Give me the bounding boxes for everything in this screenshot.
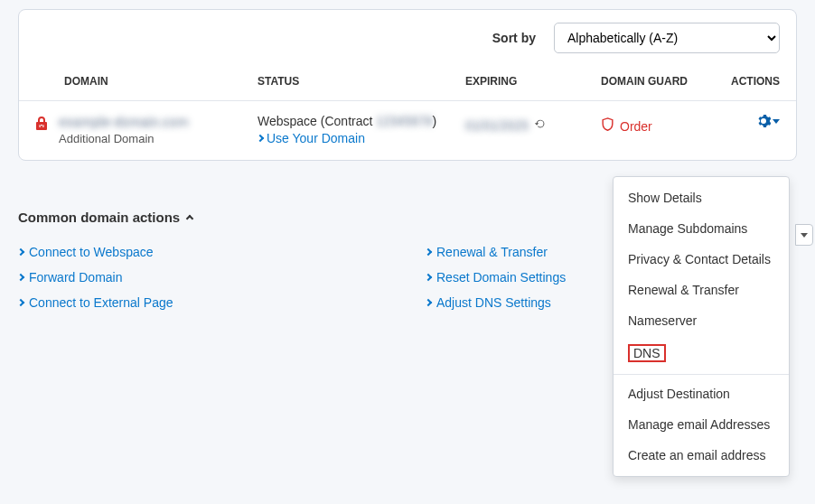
sort-row: Sort by Alphabetically (A-Z) <box>19 10 796 66</box>
col-status-header: STATUS <box>258 75 465 88</box>
expiring-date: 01/01/2025 <box>465 118 529 133</box>
menu-renewal-transfer[interactable]: Renewal & Transfer <box>614 275 789 305</box>
menu-show-details[interactable]: Show Details <box>614 182 789 213</box>
expiring-cell: 01/01/2025 <box>465 114 574 133</box>
refresh-icon[interactable] <box>534 117 547 133</box>
status-cell: Webspace (Contract 12345678) Use Your Do… <box>258 114 465 145</box>
link-label: Connect to External Page <box>29 295 173 310</box>
link-label: Reset Domain Settings <box>436 270 566 285</box>
domain-name[interactable]: example-domain.com <box>59 114 188 129</box>
menu-nameserver[interactable]: Nameserver <box>614 305 789 336</box>
col-domain-header: DOMAIN <box>35 75 258 88</box>
common-col-left: Connect to Webspace Forward Domain Conne… <box>18 239 389 315</box>
menu-manage-subdomains[interactable]: Manage Subdomains <box>614 213 789 244</box>
chevron-right-icon <box>425 274 432 281</box>
chevron-down-icon <box>801 233 808 238</box>
actions-gear-button[interactable] <box>756 114 780 128</box>
actions-dropdown: Show Details Manage Subdomains Privacy &… <box>613 176 790 477</box>
link-connect-external[interactable]: Connect to External Page <box>18 290 389 315</box>
chevron-right-icon <box>257 135 264 142</box>
domain-guard-order[interactable]: Order <box>574 114 709 135</box>
chevron-right-icon <box>17 248 24 256</box>
link-connect-webspace[interactable]: Connect to Webspace <box>18 239 389 265</box>
chevron-right-icon <box>17 299 24 306</box>
common-actions-title: Common domain actions <box>18 210 180 225</box>
sort-select[interactable]: Alphabetically (A-Z) <box>554 23 780 53</box>
menu-dns[interactable]: DNS <box>614 336 789 370</box>
chevron-right-icon <box>17 274 24 281</box>
shield-icon <box>601 117 614 135</box>
menu-adjust-destination[interactable]: Adjust Destination <box>614 378 789 409</box>
chevron-right-icon <box>425 248 432 256</box>
background-select-fragment[interactable] <box>795 224 813 246</box>
table-header: DOMAIN STATUS EXPIRING DOMAIN GUARD ACTI… <box>19 66 796 100</box>
menu-create-email[interactable]: Create an email address <box>614 440 789 471</box>
status-prefix: Webspace (Contract <box>258 114 376 128</box>
link-label: Forward Domain <box>29 270 122 285</box>
link-label: Renewal & Transfer <box>436 245 548 259</box>
actions-cell <box>709 114 780 131</box>
col-actions-header: ACTIONS <box>709 75 780 88</box>
lock-icon <box>35 116 48 133</box>
domain-panel: Sort by Alphabetically (A-Z) DOMAIN STAT… <box>18 9 797 161</box>
use-your-domain-label: Use Your Domain <box>267 131 365 145</box>
menu-privacy-contact[interactable]: Privacy & Contact Details <box>614 244 789 275</box>
chevron-up-icon <box>186 214 193 221</box>
link-forward-domain[interactable]: Forward Domain <box>18 265 389 290</box>
link-label: Connect to Webspace <box>29 245 154 259</box>
order-label: Order <box>620 119 652 134</box>
gear-icon <box>756 114 771 128</box>
col-guard-header: DOMAIN GUARD <box>574 75 709 88</box>
dns-highlight: DNS <box>628 344 666 362</box>
link-label: Adjust DNS Settings <box>436 295 551 310</box>
menu-divider <box>614 374 789 375</box>
chevron-right-icon <box>425 299 432 306</box>
chevron-down-icon <box>773 119 780 124</box>
use-your-domain-link[interactable]: Use Your Domain <box>258 131 465 145</box>
status-contract: 12345678 <box>376 114 432 128</box>
table-row: example-domain.com Additional Domain Web… <box>19 100 796 160</box>
domain-cell: example-domain.com Additional Domain <box>35 114 258 145</box>
sort-label: Sort by <box>492 31 536 45</box>
menu-manage-email[interactable]: Manage email Addresses <box>614 409 789 440</box>
domain-type: Additional Domain <box>59 132 188 145</box>
status-suffix: ) <box>433 114 437 128</box>
col-expiring-header: EXPIRING <box>465 75 574 88</box>
